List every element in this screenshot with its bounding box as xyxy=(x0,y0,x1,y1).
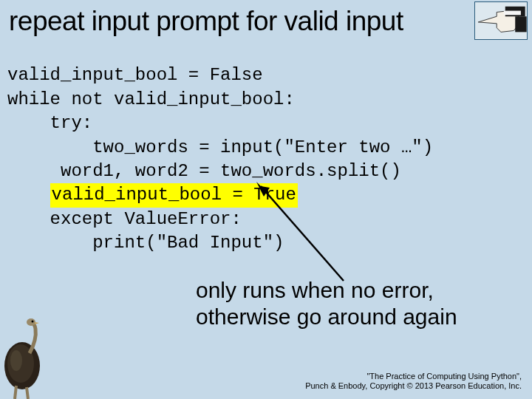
code-line: except ValueError: xyxy=(7,209,242,229)
code-line: while not valid_input_bool: xyxy=(7,89,295,109)
code-line: valid_input_bool = False xyxy=(7,65,263,85)
pointing-hand-icon xyxy=(474,1,528,40)
svg-point-9 xyxy=(32,321,34,323)
code-line: word1, word2 = two_words.split() xyxy=(7,161,401,181)
svg-point-12 xyxy=(10,350,22,371)
ostrich-image xyxy=(0,318,53,399)
code-line: two_words = input("Enter two …") xyxy=(7,137,433,157)
copyright-footer: "The Practice of Computing Using Python"… xyxy=(305,372,522,392)
annotation-text: only runs when no error, otherwise go ar… xyxy=(196,277,457,330)
code-line: try: xyxy=(7,113,92,133)
highlighted-code: valid_input_bool = True xyxy=(50,183,298,207)
svg-rect-2 xyxy=(515,16,526,32)
svg-point-8 xyxy=(27,318,35,326)
footer-line: "The Practice of Computing Using Python"… xyxy=(305,372,522,382)
svg-line-10 xyxy=(15,386,16,399)
footer-line: Punch & Enbody, Copyright © 2013 Pearson… xyxy=(305,381,522,392)
code-line: print("Bad Input") xyxy=(7,233,284,253)
svg-rect-3 xyxy=(504,11,521,16)
annotation-line: only runs when no error, xyxy=(196,277,457,304)
code-block: valid_input_bool = False while not valid… xyxy=(0,37,532,256)
svg-line-11 xyxy=(27,387,28,399)
slide-title: repeat input prompt for valid input xyxy=(0,0,532,37)
annotation-line: otherwise go around again xyxy=(196,304,457,330)
